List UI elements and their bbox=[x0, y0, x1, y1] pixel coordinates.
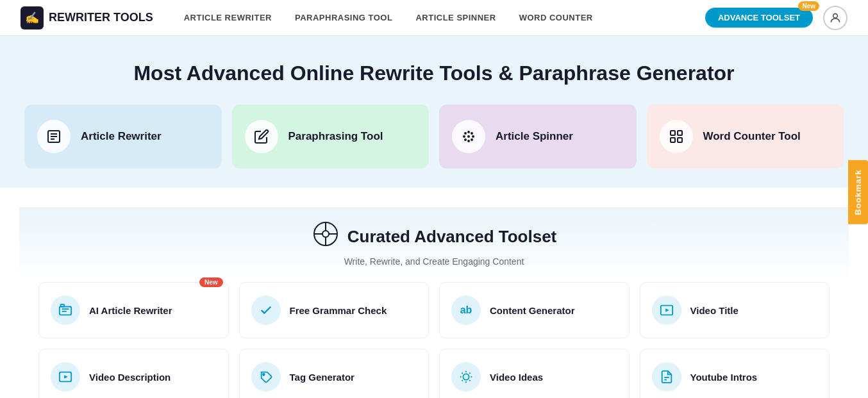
hero-title: Most Advanced Online Rewrite Tools & Par… bbox=[13, 62, 855, 85]
curated-subtitle: Write, Rewrite, and Create Engaging Cont… bbox=[344, 256, 524, 267]
tag-generator-label: Tag Generator bbox=[290, 372, 355, 383]
article-spinner-icon bbox=[452, 120, 485, 153]
svg-rect-14 bbox=[671, 131, 675, 135]
content-generator-icon: ab bbox=[451, 295, 481, 325]
adv-card-video-ideas[interactable]: Video Ideas bbox=[439, 349, 630, 398]
adv-card-tag-generator[interactable]: Tag Generator bbox=[239, 349, 430, 398]
tool-card-word-counter[interactable]: Word Counter Tool bbox=[647, 104, 844, 169]
hero-section: Most Advanced Online Rewrite Tools & Par… bbox=[0, 36, 868, 104]
adv-card-youtube-intros[interactable]: Youtube Intros bbox=[640, 349, 830, 398]
tool-card-article-rewriter[interactable]: Article Rewriter bbox=[24, 104, 222, 169]
svg-rect-15 bbox=[678, 131, 682, 135]
svg-point-32 bbox=[262, 374, 264, 376]
svg-point-11 bbox=[471, 133, 472, 134]
paraphrasing-icon bbox=[245, 120, 278, 153]
svg-line-41 bbox=[462, 380, 463, 381]
new-badge-ai: New bbox=[199, 278, 223, 287]
svg-point-13 bbox=[471, 139, 472, 140]
tool-card-paraphrasing[interactable]: Paraphrasing Tool bbox=[232, 104, 430, 169]
article-spinner-label: Article Spinner bbox=[496, 130, 573, 143]
video-description-label: Video Description bbox=[89, 372, 171, 383]
adv-card-grammar-check[interactable]: Free Grammar Check bbox=[239, 282, 430, 338]
video-ideas-icon bbox=[451, 362, 481, 392]
article-rewriter-label: Article Rewriter bbox=[81, 130, 162, 143]
adv-card-video-description[interactable]: Video Description bbox=[38, 349, 229, 398]
svg-rect-27 bbox=[61, 304, 65, 307]
logo[interactable]: ✍ REWRITER TOOLS bbox=[21, 6, 153, 29]
svg-marker-29 bbox=[665, 308, 669, 312]
svg-point-9 bbox=[468, 140, 469, 142]
tag-generator-icon bbox=[251, 362, 281, 392]
nav-article-rewriter[interactable]: ARTICLE REWRITER bbox=[184, 13, 272, 22]
adv-card-ai-article-rewriter[interactable]: New AI Article Rewriter bbox=[38, 282, 229, 338]
logo-icon: ✍ bbox=[21, 6, 44, 29]
video-title-label: Video Title bbox=[690, 305, 739, 316]
tool-card-article-spinner[interactable]: Article Spinner bbox=[439, 104, 637, 169]
nav-paraphrasing-tool[interactable]: PARAPHRASING TOOL bbox=[295, 13, 392, 22]
curated-header: Curated Advanced Toolset Write, Rewrite,… bbox=[19, 207, 849, 282]
grammar-check-icon bbox=[251, 295, 281, 325]
word-counter-icon bbox=[660, 120, 693, 153]
logo-text: REWRITER TOOLS bbox=[49, 11, 153, 24]
svg-point-7 bbox=[463, 136, 465, 137]
svg-point-12 bbox=[465, 139, 466, 140]
new-badge: New bbox=[798, 1, 819, 11]
svg-rect-16 bbox=[671, 138, 675, 142]
adv-card-content-generator[interactable]: ab Content Generator bbox=[439, 282, 630, 338]
content-generator-label: Content Generator bbox=[490, 305, 575, 316]
ai-rewriter-icon bbox=[51, 295, 80, 325]
brain-icon bbox=[312, 220, 340, 254]
grammar-check-label: Free Grammar Check bbox=[290, 305, 387, 316]
word-counter-label: Word Counter Tool bbox=[703, 130, 801, 143]
svg-marker-31 bbox=[64, 375, 68, 379]
main-tool-cards: Article Rewriter Paraphrasing Tool bbox=[0, 104, 868, 188]
paraphrasing-label: Paraphrasing Tool bbox=[288, 130, 383, 143]
svg-point-8 bbox=[468, 131, 469, 133]
svg-point-6 bbox=[472, 136, 474, 137]
curated-section: Curated Advanced Toolset Write, Rewrite,… bbox=[0, 188, 868, 398]
youtube-intros-label: Youtube Intros bbox=[690, 372, 758, 383]
navbar: ✍ REWRITER TOOLS ARTICLE REWRITER PARAPH… bbox=[0, 0, 868, 36]
svg-point-0 bbox=[833, 13, 838, 18]
advance-toolset-button[interactable]: ADVANCE TOOLSET New bbox=[705, 8, 813, 28]
svg-line-38 bbox=[462, 373, 463, 374]
adv-card-video-title[interactable]: Video Title bbox=[640, 282, 830, 338]
video-description-icon bbox=[51, 362, 80, 392]
svg-line-40 bbox=[469, 373, 470, 374]
advanced-tools-grid: New AI Article Rewriter Free Grammar Che… bbox=[19, 282, 849, 398]
ai-rewriter-label: AI Article Rewriter bbox=[89, 305, 172, 316]
nav-article-spinner[interactable]: ARTICLE SPINNER bbox=[415, 13, 496, 22]
curated-title: Curated Advanced Toolset bbox=[347, 227, 557, 247]
svg-rect-17 bbox=[678, 138, 682, 142]
svg-point-19 bbox=[322, 231, 329, 237]
video-title-icon bbox=[652, 295, 681, 325]
svg-point-5 bbox=[468, 136, 469, 137]
youtube-intros-icon bbox=[652, 362, 681, 392]
svg-line-39 bbox=[469, 380, 470, 381]
user-avatar-button[interactable] bbox=[823, 6, 847, 30]
article-rewriter-icon bbox=[37, 120, 71, 153]
video-ideas-label: Video Ideas bbox=[490, 372, 543, 383]
nav-links: ARTICLE REWRITER PARAPHRASING TOOL ARTIC… bbox=[184, 13, 705, 22]
bookmark-tab[interactable]: Bookmark bbox=[848, 160, 868, 224]
svg-point-33 bbox=[463, 374, 469, 379]
nav-word-counter[interactable]: WORD COUNTER bbox=[519, 13, 593, 22]
svg-point-10 bbox=[465, 133, 466, 134]
